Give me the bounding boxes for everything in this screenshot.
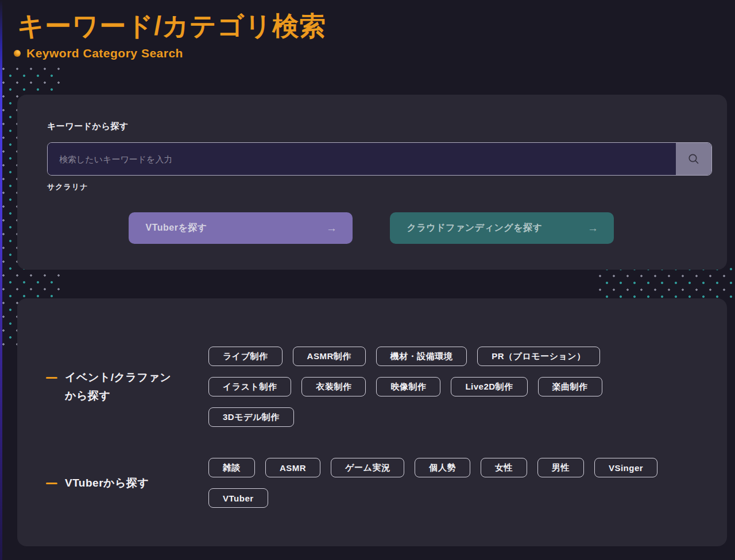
category-tag[interactable]: 雑談 xyxy=(208,458,255,477)
section-vtuber: VTuberから探す 雑談ASMRゲーム実況個人勢女性男性VSingerVTub… xyxy=(46,458,704,508)
category-tag[interactable]: 個人勢 xyxy=(415,458,470,477)
section-event-crowdfunding: イベント/クラファンから探す ライブ制作ASMR制作機材・設備環境PR（プロモー… xyxy=(46,347,704,427)
search-input-group xyxy=(47,142,712,176)
magnifier-icon xyxy=(687,153,700,165)
dash-icon xyxy=(46,483,57,484)
section-title: VTuberから探す xyxy=(65,474,149,492)
tag-row: イラスト制作衣装制作映像制作Live2D制作楽曲制作 xyxy=(208,377,602,396)
helper-text: サクラリナ xyxy=(47,182,88,192)
action-button-row: VTuberを探す → クラウドファンディングを探す → xyxy=(47,212,695,244)
category-tag[interactable]: 男性 xyxy=(537,458,584,477)
tag-rows: ライブ制作ASMR制作機材・設備環境PR（プロモーション）イラスト制作衣装制作映… xyxy=(208,347,602,427)
find-vtuber-button[interactable]: VTuberを探す → xyxy=(129,212,353,244)
find-crowdfunding-label: クラウドファンディングを探す xyxy=(407,223,543,232)
page-subtitle-row: Keyword Category Search xyxy=(14,46,326,60)
category-tag[interactable]: 衣装制作 xyxy=(301,377,366,396)
search-label: キーワードから探す xyxy=(47,121,129,132)
category-tag[interactable]: イラスト制作 xyxy=(208,377,291,396)
arrow-right-icon: → xyxy=(587,222,599,235)
category-tag[interactable]: Live2D制作 xyxy=(451,377,527,396)
keyword-search-input[interactable] xyxy=(48,143,676,175)
page-title: キーワード/カテゴリ検索 xyxy=(17,10,326,41)
category-tag[interactable]: ASMR制作 xyxy=(293,347,366,366)
page-subtitle: Keyword Category Search xyxy=(26,46,183,60)
tag-row: ライブ制作ASMR制作機材・設備環境PR（プロモーション） xyxy=(208,347,602,366)
keyword-search-card: キーワードから探す サクラリナ VTuberを探す → クラウドファンディングを… xyxy=(17,95,727,270)
category-tag[interactable]: 楽曲制作 xyxy=(538,377,602,396)
category-tag[interactable]: VTuber xyxy=(208,488,268,508)
tag-row: VTuber xyxy=(208,488,657,508)
dash-icon xyxy=(46,377,57,379)
category-tag[interactable]: ライブ制作 xyxy=(208,347,283,366)
arrow-right-icon: → xyxy=(326,222,338,235)
category-tag[interactable]: 3Dモデル制作 xyxy=(208,407,294,427)
search-submit-button[interactable] xyxy=(676,143,711,175)
tag-rows: 雑談ASMRゲーム実況個人勢女性男性VSingerVTuber xyxy=(208,458,657,508)
category-tag[interactable]: 機材・設備環境 xyxy=(376,347,467,366)
tag-row: 3Dモデル制作 xyxy=(208,407,602,427)
category-tag[interactable]: PR（プロモーション） xyxy=(477,347,599,366)
category-card: イベント/クラファンから探す ライブ制作ASMR制作機材・設備環境PR（プロモー… xyxy=(17,298,727,546)
category-tag[interactable]: ASMR xyxy=(265,458,320,477)
section-title-block: VTuberから探す xyxy=(46,474,208,492)
section-title-block: イベント/クラファンから探す xyxy=(46,368,208,405)
page-header: キーワード/カテゴリ検索 Keyword Category Search xyxy=(17,10,326,60)
category-tag[interactable]: 女性 xyxy=(481,458,527,477)
category-tag[interactable]: ゲーム実況 xyxy=(331,458,404,477)
find-vtuber-label: VTuberを探す xyxy=(146,223,207,232)
section-title: イベント/クラファンから探す xyxy=(65,368,171,405)
category-tag[interactable]: VSinger xyxy=(594,458,657,477)
category-tag[interactable]: 映像制作 xyxy=(376,377,440,396)
gem-dot-icon xyxy=(14,50,21,57)
tag-row: 雑談ASMRゲーム実況個人勢女性男性VSinger xyxy=(208,458,657,477)
find-crowdfunding-button[interactable]: クラウドファンディングを探す → xyxy=(390,212,614,244)
